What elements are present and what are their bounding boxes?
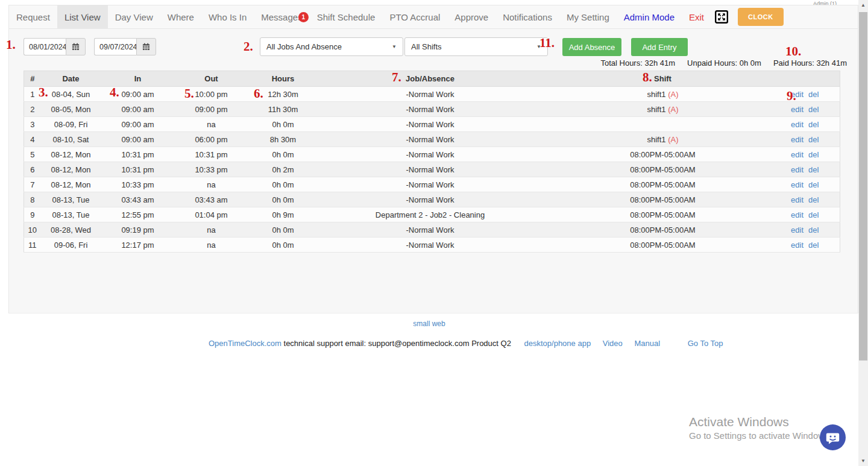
edit-link[interactable]: edit [791, 90, 804, 99]
nav-item-admin-mode[interactable]: Admin Mode [617, 5, 682, 28]
del-link[interactable]: del [808, 165, 819, 174]
nav-item-my-setting[interactable]: My Setting [559, 5, 617, 28]
nav-item-request[interactable]: Request [9, 5, 57, 28]
cell-out: na [175, 238, 248, 253]
del-link[interactable]: del [808, 241, 819, 250]
cell-date: 08-28, Wed [41, 222, 101, 238]
vertical-scrollbar[interactable]: ▲ ▼ [858, 0, 868, 466]
cell-out: 10:31 pm [175, 147, 248, 162]
top-navbar: RequestList ViewDay ViewWhereWho Is InMe… [8, 5, 858, 29]
chat-support-button[interactable] [820, 424, 846, 450]
nav-item-notifications[interactable]: Notifications [495, 5, 559, 28]
desktop-phone-app-link[interactable]: desktop/phone app [524, 339, 591, 348]
go-to-top-link[interactable]: Go To Top [688, 339, 723, 348]
cell-num: 3 [24, 117, 41, 132]
edit-link[interactable]: edit [791, 105, 804, 114]
edit-link[interactable]: edit [791, 180, 804, 189]
del-link[interactable]: del [808, 120, 819, 129]
activate-windows-subtext: Go to Settings to activate Windows. [689, 430, 832, 441]
cell-hours: 12h 30m [248, 87, 318, 102]
cell-num: 11 [24, 238, 41, 253]
nav-item-who-is-in[interactable]: Who Is In [201, 5, 254, 28]
video-link[interactable]: Video [603, 339, 623, 348]
clock-button[interactable]: CLOCK [738, 8, 784, 26]
cell-hours: 0h 0m [248, 177, 318, 192]
messages-badge: 1 [298, 12, 309, 22]
nav-items: RequestList ViewDay ViewWhereWho Is InMe… [9, 5, 711, 28]
fullscreen-icon[interactable] [715, 5, 728, 28]
nav-item-exit[interactable]: Exit [682, 5, 711, 28]
date-to-group [94, 38, 156, 55]
cell-out: 03:43 am [175, 192, 248, 207]
paid-hours: Paid Hours: 32h 41m [773, 58, 847, 68]
nav-item-pto-accrual[interactable]: PTO Accrual [382, 5, 447, 28]
table-header-row: #DateInOutHoursJob/AbsenceShift [24, 71, 840, 87]
nav-item-shift-schedule[interactable]: Shift Schedule [310, 5, 383, 28]
add-entry-button[interactable]: Add Entry [631, 38, 688, 56]
manual-link[interactable]: Manual [634, 339, 660, 348]
cell-hours: 0h 0m [248, 238, 318, 253]
col-header-actions [784, 71, 840, 87]
chevron-down-icon: ▼ [536, 44, 541, 49]
table-row: 808-13, Tue03:43 am03:43 am0h 0m-Normal … [24, 192, 840, 207]
scrollbar-down-arrow-icon[interactable]: ▼ [858, 456, 868, 466]
del-link[interactable]: del [808, 180, 819, 189]
shift-filter-select[interactable]: All Shifts ▼ [404, 37, 548, 56]
cell-actions: editdel [784, 102, 840, 117]
del-link[interactable]: del [808, 90, 819, 99]
cell-job: -Normal Work [318, 162, 542, 177]
date-to-input[interactable] [94, 38, 136, 55]
cell-actions: editdel [784, 132, 840, 147]
job-absence-filter-value: All Jobs And Absence [266, 42, 342, 51]
cell-hours: 0h 0m [248, 192, 318, 207]
opentimeclock-link[interactable]: OpenTimeClock.com [209, 339, 281, 348]
del-link[interactable]: del [808, 150, 819, 159]
del-link[interactable]: del [808, 225, 819, 235]
cell-out: 06:00 pm [175, 132, 248, 147]
edit-link[interactable]: edit [791, 120, 804, 129]
shift-approved-mark: (A) [666, 135, 679, 144]
cell-num: 6 [24, 162, 41, 177]
table-row: 1109-06, Fri12:17 pmna0h 0m-Normal Work0… [24, 238, 840, 253]
table-row: 108-04, Sun09:00 am10:00 pm12h 30m-Norma… [24, 87, 840, 102]
cell-num: 2 [24, 102, 41, 117]
job-absence-filter-select[interactable]: All Jobs And Absence ▼ [260, 37, 403, 56]
edit-link[interactable]: edit [791, 225, 804, 235]
chevron-down-icon: ▼ [392, 44, 397, 49]
cell-date: 08-12, Mon [41, 162, 101, 177]
add-absence-button[interactable]: Add Absence [562, 38, 621, 56]
del-link[interactable]: del [808, 105, 819, 114]
scrollbar-thumb[interactable] [859, 12, 867, 361]
edit-link[interactable]: edit [791, 195, 804, 204]
support-email-text: technical support email: support@opentim… [284, 339, 511, 348]
edit-link[interactable]: edit [791, 241, 804, 250]
del-link[interactable]: del [808, 135, 819, 144]
date-from-calendar-button[interactable] [66, 38, 86, 55]
cell-actions: editdel [784, 87, 840, 102]
shift-filter-value: All Shifts [411, 42, 442, 51]
nav-item-where[interactable]: Where [160, 5, 201, 28]
cell-out: 10:00 pm [175, 87, 248, 102]
col-header-date: Date [41, 71, 101, 87]
cell-actions: editdel [784, 222, 840, 238]
edit-link[interactable]: edit [791, 150, 804, 159]
chat-bubble-icon [820, 424, 846, 450]
nav-item-day-view[interactable]: Day View [108, 5, 160, 28]
date-to-calendar-button[interactable] [136, 38, 156, 55]
small-web-link[interactable]: small web [413, 320, 445, 328]
edit-link[interactable]: edit [791, 210, 804, 219]
scrollbar-up-arrow-icon[interactable]: ▲ [858, 0, 868, 10]
cell-job: -Normal Work [318, 192, 542, 207]
edit-link[interactable]: edit [791, 165, 804, 174]
cell-actions: editdel [784, 207, 840, 222]
del-link[interactable]: del [808, 195, 819, 204]
date-from-input[interactable] [24, 38, 66, 55]
nav-item-list-view[interactable]: List View [57, 5, 108, 28]
cell-job: -Normal Work [318, 132, 542, 147]
nav-item-messages[interactable]: Messages1 [254, 5, 309, 28]
nav-item-approve[interactable]: Approve [447, 5, 495, 28]
edit-link[interactable]: edit [791, 135, 804, 144]
cell-date: 08-04, Sun [41, 87, 101, 102]
cell-shift: shift1 (A) [542, 102, 784, 117]
del-link[interactable]: del [808, 210, 819, 219]
